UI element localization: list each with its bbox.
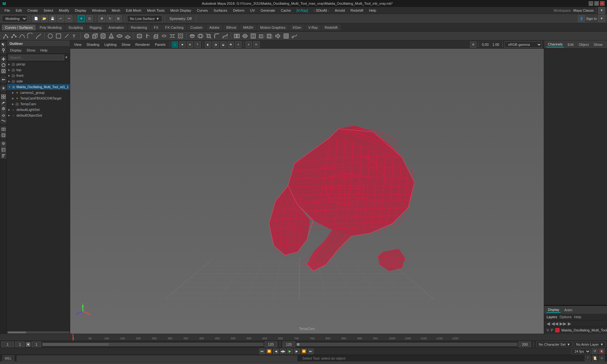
expand-front[interactable]: ▶ (8, 74, 10, 77)
tab-mash[interactable]: MASH (240, 25, 256, 30)
menu-mesh[interactable]: Mesh (109, 8, 123, 13)
playback-end-input[interactable] (518, 342, 531, 347)
boundary-btn[interactable] (177, 32, 184, 40)
expand-tempcam[interactable]: ▶ (12, 103, 14, 106)
current-frame-input[interactable] (15, 342, 25, 347)
no-anim-layer-btn[interactable]: No Anim Layer ▼ (574, 342, 606, 347)
layers-btn[interactable] (1, 141, 6, 147)
scale-tool-btn[interactable]: ⊞ (115, 15, 122, 22)
offset-surface-btn[interactable] (266, 32, 273, 40)
project-curve-btn[interactable] (188, 32, 196, 40)
show-manipulator-btn[interactable] (1, 77, 6, 82)
rp-tab-edit[interactable]: Edit (566, 42, 575, 47)
rp-tab-object[interactable]: Object (577, 42, 590, 47)
outliner-item-front[interactable]: ▶ 🎥 front (7, 73, 70, 78)
time-ruler[interactable]: 1 50 100 150 200 250 300 350 400 450 500… (0, 334, 607, 341)
insert-isoparm-btn[interactable] (249, 32, 257, 40)
menu-deform[interactable]: Deform (230, 8, 247, 13)
status-icon-help[interactable]: ? (585, 355, 591, 361)
rp-tab-display[interactable]: Display (547, 307, 561, 313)
plane-btn[interactable] (124, 32, 132, 40)
layer-next-btn[interactable]: ▶ (568, 321, 571, 326)
hud-btn[interactable]: H (253, 41, 260, 48)
snap-view-plane-btn[interactable] (1, 112, 6, 118)
gamma-select[interactable]: sRGB gamma (505, 41, 542, 48)
go-to-end-btn[interactable]: ⏭ (308, 349, 314, 354)
maximize-button[interactable]: □ (594, 1, 599, 6)
tab-fx-caching[interactable]: FX Caching (162, 25, 187, 30)
aa-btn[interactable]: ◓ (228, 41, 234, 48)
loop-btn[interactable]: ↺ (592, 349, 598, 354)
menu-edit[interactable]: Edit (13, 8, 24, 13)
frame-range-slider-handle[interactable]: ◼ (26, 342, 30, 347)
outliner-item-top[interactable]: ▶ 🎥 top (7, 67, 70, 73)
rp-subtab-options[interactable]: Options (560, 315, 572, 319)
xray-btn[interactable]: ⊕ (187, 41, 193, 48)
mode-dropdown[interactable]: Modeling (2, 15, 27, 22)
tab-poly-modeling[interactable]: Poly Modeling (36, 25, 64, 30)
planar-btn[interactable] (160, 32, 168, 40)
layer-color-swatch[interactable] (555, 328, 560, 332)
menu-surfaces[interactable]: Surfaces (211, 8, 230, 13)
vp-menu-lighting[interactable]: Lighting (102, 42, 119, 47)
layer-visible-toggle[interactable]: V (547, 328, 549, 332)
expand-objectset[interactable]: ▶ (8, 114, 10, 117)
playback-range-bar[interactable] (297, 343, 518, 346)
rebuild-surface-btn[interactable] (282, 32, 290, 40)
layer-playback-toggle[interactable]: P (551, 328, 553, 332)
menu-meshtools[interactable]: Mesh Tools (144, 8, 167, 13)
playback-range-thumb[interactable] (297, 343, 299, 346)
layer-prev-btn[interactable]: ◀ (547, 321, 550, 326)
outliner-scrollbar[interactable] (8, 331, 26, 333)
menu-modify[interactable]: Modify (56, 8, 71, 13)
tab-sculpting[interactable]: Sculpting (65, 25, 86, 30)
range-current-val[interactable] (32, 342, 41, 347)
mel-input[interactable] (17, 355, 297, 361)
redo-btn[interactable]: ↪ (65, 15, 72, 22)
rp-tab-channels[interactable]: Channels (547, 42, 564, 47)
menu-select[interactable]: Select (41, 8, 56, 13)
rotate-tool-left-btn[interactable] (1, 62, 6, 68)
tab-rigging[interactable]: Rigging (87, 25, 105, 30)
tab-custom[interactable]: Custom (187, 25, 205, 30)
status-icon-script[interactable]: 📜 (592, 355, 598, 361)
snap-grid-btn[interactable] (1, 94, 6, 100)
menu-curves[interactable]: Curves (194, 8, 211, 13)
ao-btn[interactable]: ◑ (212, 41, 219, 48)
render-settings-btn[interactable] (1, 132, 6, 138)
cube-btn[interactable] (91, 32, 99, 40)
expand-top[interactable]: ▶ (8, 69, 10, 71)
menu-arnold[interactable]: Arnold (332, 8, 347, 13)
rotate-tool-btn[interactable]: ↻ (107, 15, 113, 22)
layer-item-makita[interactable]: V P Makita_Oscillating_Multi_Tool (544, 327, 607, 334)
sign-in-arrow[interactable]: ▼ (598, 15, 605, 22)
lasso-select-btn[interactable]: ⊡ (86, 15, 93, 22)
cam-settings-btn[interactable]: ⚙ (470, 41, 476, 48)
fillet-btn[interactable] (213, 32, 221, 40)
layer-prev2-btn[interactable]: ◀◀ (551, 321, 558, 326)
menu-generate[interactable]: Generate (258, 8, 278, 13)
cone-btn[interactable] (107, 32, 115, 40)
close-button[interactable]: × (600, 1, 604, 6)
go-to-start-btn[interactable]: ⏮ (259, 349, 265, 354)
workspace-dropdown[interactable]: ▼ (598, 7, 605, 14)
menu-file[interactable]: File (2, 8, 13, 13)
square-icon-btn[interactable] (55, 32, 62, 40)
outliner-item-side[interactable]: ▶ 🎥 side (7, 78, 70, 84)
cylinder-btn[interactable] (99, 32, 107, 40)
trim-btn[interactable] (205, 32, 212, 40)
snap-curve-btn[interactable] (1, 100, 6, 106)
vp-menu-view[interactable]: View (72, 42, 83, 47)
outliner-item-tempcam-target[interactable]: ▶ ✦ TempCamFBXASC046Target (7, 95, 70, 101)
menu-uv[interactable]: UV (248, 8, 257, 13)
rp-subtab-help[interactable]: Help (574, 315, 581, 319)
mute-btn[interactable]: 🔇 (599, 349, 604, 354)
next-frame-btn[interactable]: ▶ (294, 349, 300, 354)
reverse-direction-btn[interactable] (274, 32, 282, 40)
menu-create[interactable]: Create (25, 8, 40, 13)
shadows-btn[interactable]: ◐ (205, 41, 211, 48)
layer-next2-btn[interactable]: ▶▶ (560, 321, 567, 326)
tab-redshift[interactable]: Redshift (322, 25, 340, 30)
paint-select-btn[interactable] (1, 48, 6, 53)
bezier-curve-btn[interactable] (18, 32, 26, 40)
